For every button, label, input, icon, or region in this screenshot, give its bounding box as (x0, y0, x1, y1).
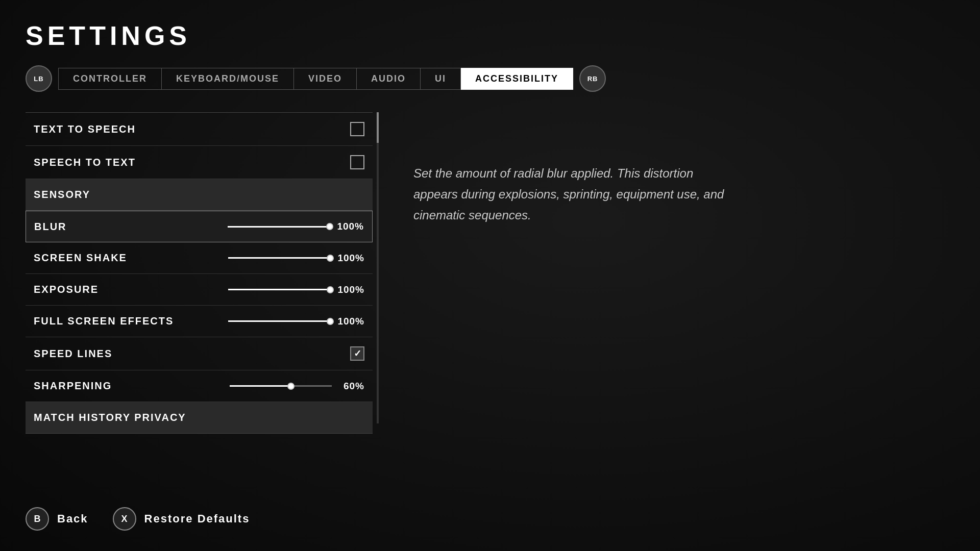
slider-container-blur: 100% (228, 221, 364, 232)
back-label: Back (57, 512, 88, 525)
description-text: Set the amount of radial blur applied. T… (413, 163, 730, 226)
settings-list: TEXT TO SPEECH SPEECH TO TEXT SENSORY BL… (26, 112, 373, 434)
slider-track-full-screen-effects[interactable] (228, 320, 330, 322)
rb-button[interactable]: RB (579, 65, 606, 92)
setting-row-speech-to-text[interactable]: SPEECH TO TEXT (26, 146, 373, 179)
tab-ui[interactable]: UI (421, 68, 461, 90)
slider-value-full-screen-effects: 100% (337, 316, 364, 327)
tabs-list: CONTROLLER KEYBOARD/MOUSE VIDEO AUDIO UI… (58, 68, 573, 90)
slider-track-screen-shake[interactable] (228, 257, 330, 259)
slider-value-screen-shake: 100% (337, 253, 364, 264)
slider-container-full-screen-effects: 100% (228, 316, 364, 327)
slider-fill-full-screen-effects (228, 320, 330, 322)
bottom-bar: B Back X Restore Defaults (26, 507, 250, 531)
setting-label-match-history-privacy: MATCH HISTORY PRIVACY (34, 412, 186, 423)
slider-track-sharpening[interactable] (230, 385, 332, 387)
tabs-container: LB CONTROLLER KEYBOARD/MOUSE VIDEO AUDIO… (26, 65, 954, 92)
tab-video[interactable]: VIDEO (294, 68, 357, 90)
restore-defaults-label: Restore Defaults (144, 512, 250, 525)
setting-row-full-screen-effects[interactable]: FULL SCREEN EFFECTS 100% (26, 306, 373, 337)
slider-fill-sharpening (230, 385, 291, 387)
back-action[interactable]: B Back (26, 507, 88, 531)
setting-row-text-to-speech[interactable]: TEXT TO SPEECH (26, 113, 373, 146)
slider-fill-exposure (228, 289, 330, 290)
back-button-circle[interactable]: B (26, 507, 49, 531)
slider-fill-blur (228, 226, 330, 228)
scroll-bar[interactable] (377, 112, 379, 423)
slider-fill-screen-shake (228, 257, 330, 259)
slider-value-sharpening: 60% (339, 381, 364, 392)
slider-thumb-blur[interactable] (326, 223, 333, 230)
checkbox-text-to-speech[interactable] (350, 122, 364, 136)
setting-row-speed-lines[interactable]: SPEED LINES (26, 337, 373, 370)
tab-audio[interactable]: AUDIO (357, 68, 421, 90)
slider-container-sharpening: 60% (230, 381, 364, 392)
setting-row-sharpening[interactable]: SHARPENING 60% (26, 370, 373, 402)
page-wrapper: SETTINGS LB CONTROLLER KEYBOARD/MOUSE VI… (0, 0, 980, 551)
slider-container-exposure: 100% (228, 284, 364, 295)
setting-label-speed-lines: SPEED LINES (34, 348, 112, 360)
slider-thumb-full-screen-effects[interactable] (327, 318, 334, 325)
setting-row-exposure[interactable]: EXPOSURE 100% (26, 274, 373, 306)
checkbox-speech-to-text[interactable] (350, 155, 364, 169)
slider-thumb-sharpening[interactable] (287, 383, 295, 390)
page-title: SETTINGS (26, 20, 954, 51)
slider-track-exposure[interactable] (228, 289, 330, 290)
setting-label-screen-shake: SCREEN SHAKE (34, 252, 127, 264)
slider-value-blur: 100% (337, 221, 364, 232)
tab-controller[interactable]: CONTROLLER (58, 68, 162, 90)
setting-row-sensory: SENSORY (26, 179, 373, 211)
setting-label-sharpening: SHARPENING (34, 380, 112, 392)
setting-row-screen-shake[interactable]: SCREEN SHAKE 100% (26, 242, 373, 274)
setting-label-speech-to-text: SPEECH TO TEXT (34, 157, 136, 168)
setting-label-text-to-speech: TEXT TO SPEECH (34, 123, 136, 135)
setting-label-blur: BLUR (34, 221, 67, 233)
scroll-thumb (377, 112, 379, 143)
slider-track-blur[interactable] (228, 226, 330, 228)
lb-button[interactable]: LB (26, 65, 52, 92)
setting-label-sensory: SENSORY (34, 189, 90, 201)
setting-row-blur[interactable]: BLUR 100% (26, 211, 373, 242)
checkbox-speed-lines[interactable] (350, 346, 364, 361)
slider-container-screen-shake: 100% (228, 253, 364, 264)
header: SETTINGS LB CONTROLLER KEYBOARD/MOUSE VI… (0, 0, 980, 92)
tab-keyboard-mouse[interactable]: KEYBOARD/MOUSE (162, 68, 294, 90)
restore-defaults-button-circle[interactable]: X (113, 507, 136, 531)
setting-label-full-screen-effects: FULL SCREEN EFFECTS (34, 315, 174, 327)
description-panel: Set the amount of radial blur applied. T… (413, 112, 954, 434)
restore-defaults-action[interactable]: X Restore Defaults (113, 507, 250, 531)
setting-label-exposure: EXPOSURE (34, 284, 99, 295)
main-content: TEXT TO SPEECH SPEECH TO TEXT SENSORY BL… (0, 112, 980, 434)
setting-row-match-history-privacy: MATCH HISTORY PRIVACY (26, 402, 373, 434)
slider-value-exposure: 100% (337, 284, 364, 295)
slider-thumb-exposure[interactable] (327, 286, 334, 293)
settings-panel: TEXT TO SPEECH SPEECH TO TEXT SENSORY BL… (26, 112, 373, 434)
slider-thumb-screen-shake[interactable] (327, 255, 334, 262)
tab-accessibility[interactable]: ACCESSIBILITY (461, 68, 573, 90)
